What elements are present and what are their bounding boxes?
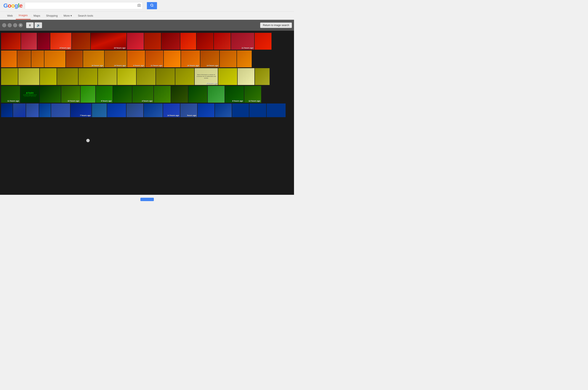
img-tile[interactable]: 11 hours ago [1,86,20,103]
img-tile[interactable]: 14 hours ago [163,103,180,117]
img-tile[interactable]: ATARI SUPER-BREAKOUT COPYRIGHT 1982 ATAR… [20,86,39,103]
tab-web[interactable]: Web [4,12,16,19]
img-tile[interactable]: 5 hours ago [127,50,145,67]
tab-shopping[interactable]: Shopping [43,12,61,19]
img-tile[interactable] [255,68,269,85]
tile-timestamp: 11 hours ago [151,65,162,67]
img-tile[interactable] [144,33,161,50]
img-tile[interactable]: 14 hours ago [200,50,219,67]
img-tile[interactable] [44,50,65,67]
img-tile[interactable] [1,103,13,117]
window-btn-3[interactable] [13,23,17,27]
img-tile[interactable] [154,86,171,103]
search-input[interactable]: atari breakout [25,2,136,9]
img-tile[interactable] [218,68,237,85]
tile-timestamp: 10 hours ago [114,47,126,49]
img-tile[interactable] [117,68,136,85]
tab-more[interactable]: More ▾ [61,12,75,19]
logo-o2: o [11,2,14,9]
img-tile[interactable] [164,50,181,67]
img-tile[interactable]: 11 hours ago [231,33,254,50]
camera-search-button[interactable] [136,3,143,8]
header: Google atari breakout [0,0,294,12]
img-tile[interactable] [98,68,117,85]
image-grid: 8 hours ago 10 hours ago 11 hours ago [0,31,294,119]
img-tile[interactable] [237,50,252,67]
img-tile[interactable]: 10 hours ago [91,33,126,50]
img-tile[interactable] [18,68,39,85]
img-tile[interactable] [113,86,132,103]
img-tile[interactable] [137,68,156,85]
volume-button[interactable]: 🔊 [35,22,42,28]
img-tile[interactable] [66,50,83,67]
img-tile[interactable] [127,33,144,50]
tile-timestamp: 10 hours ago [92,65,103,67]
img-tile[interactable]: 10 hours ago [83,50,104,67]
img-tile[interactable] [40,68,57,85]
img-tile[interactable] [26,103,39,117]
img-tile[interactable] [214,33,231,50]
img-tile[interactable] [255,33,271,50]
img-tile[interactable] [161,33,180,50]
img-tile[interactable] [197,33,214,50]
img-tile[interactable] [249,103,266,117]
img-tile[interactable]: hours ago [180,103,197,117]
search-button[interactable] [147,2,157,9]
img-tile[interactable] [220,50,237,67]
img-tile[interactable]: Much of the book is a stream-of-consciou… [195,68,218,85]
tab-maps[interactable]: Maps [31,12,43,19]
logo-l: l [18,2,19,9]
window-btn-1[interactable] [2,23,6,27]
img-tile[interactable] [238,68,255,85]
img-tile[interactable] [1,33,21,50]
img-tile[interactable] [188,86,207,103]
img-tile[interactable]: 9 hours ago [96,86,112,103]
img-tile[interactable]: 4 hours ago [132,86,154,103]
bottom-action-button[interactable] [140,198,154,201]
img-tile[interactable] [267,103,286,117]
tab-search-tools[interactable]: Search tools [75,12,96,19]
img-tile[interactable] [232,103,249,117]
img-tile[interactable] [208,86,224,103]
img-tile[interactable] [126,103,143,117]
img-tile[interactable]: 10 hours ago [61,86,80,103]
img-tile[interactable] [215,103,232,117]
img-tile[interactable] [92,103,107,117]
return-to-image-search-button[interactable]: Return to image search [260,22,292,28]
img-tile[interactable] [1,50,17,67]
img-tile[interactable] [144,103,163,117]
img-tile[interactable] [198,103,214,117]
img-tile[interactable] [40,86,61,103]
window-close-btn[interactable]: ✕ [18,23,23,27]
img-tile[interactable]: 11 hours ago [145,50,163,67]
img-tile[interactable]: 12 hours ago [244,86,261,103]
img-tile[interactable] [39,103,51,117]
img-tile[interactable] [180,33,196,50]
google-logo[interactable]: Google [3,2,22,9]
img-tile[interactable] [175,68,194,85]
img-tile[interactable] [31,50,44,67]
img-tile[interactable] [72,33,90,50]
img-tile[interactable] [171,86,188,103]
window-btn-2[interactable] [7,23,12,27]
img-tile[interactable] [21,33,37,50]
img-tile[interactable] [81,86,95,103]
img-tile[interactable]: 14 hours ago [105,50,127,67]
img-tile[interactable] [78,68,98,85]
window-controls: ✕ ⏸ 🔊 [2,22,42,28]
img-tile[interactable] [37,33,50,50]
img-tile[interactable] [51,103,70,117]
img-tile[interactable] [107,103,126,117]
img-tile[interactable] [156,68,175,85]
pause-button[interactable]: ⏸ [26,22,34,28]
img-tile[interactable] [17,50,31,67]
img-tile[interactable]: 10 hours ago [181,50,200,67]
tab-images[interactable]: Images [16,12,31,20]
img-tile[interactable]: 8 hours ago [50,33,71,50]
img-tile[interactable] [13,103,26,117]
img-tile[interactable]: 7 hours ago [70,103,92,117]
img-tile[interactable] [57,68,78,85]
img-tile[interactable]: 8 hours ago [225,86,244,103]
tile-timestamp: 10 hours ago [67,100,79,102]
img-tile[interactable] [1,68,18,85]
